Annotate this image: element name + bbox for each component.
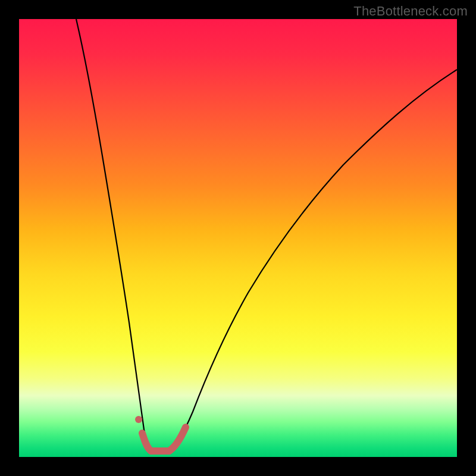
plot-area	[19, 19, 457, 457]
trough-marker-right	[169, 427, 186, 451]
trough-marker-dot	[135, 416, 142, 423]
watermark-text: TheBottleneck.com	[353, 4, 468, 19]
curve-layer	[19, 19, 457, 457]
bottleneck-curve	[76, 19, 457, 453]
chart-frame: TheBottleneck.com	[0, 0, 476, 476]
